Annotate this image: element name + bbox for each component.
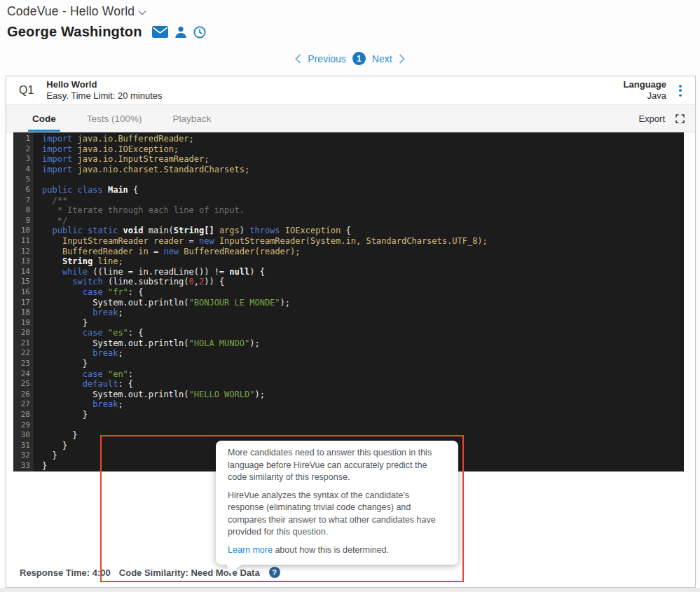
previous-link[interactable]: Previous bbox=[308, 53, 345, 64]
chevron-down-icon[interactable] bbox=[138, 10, 146, 15]
code-line: switch (line.substring(0,2)) { bbox=[42, 277, 684, 287]
code-line: } bbox=[42, 410, 684, 420]
question-subtitle: Easy. Time Limit: 20 minutes bbox=[46, 90, 162, 102]
line-number-gutter: 1234567891011121314151617181920212223242… bbox=[13, 132, 34, 471]
tooltip-paragraph-1: More candidates need to answer this ques… bbox=[228, 447, 446, 484]
kebab-menu-icon[interactable] bbox=[675, 83, 685, 99]
code-line: System.out.println("BONJOUR LE MONDE"); bbox=[42, 298, 684, 308]
code-line: * Iterate through each line of input. bbox=[42, 205, 684, 216]
code-editor[interactable]: 1234567891011121314151617181920212223242… bbox=[13, 132, 684, 471]
question-title: Hello World bbox=[46, 79, 162, 90]
export-button[interactable]: Export bbox=[638, 113, 665, 124]
code-line: case "fr": { bbox=[42, 287, 684, 298]
candidate-name: George Washington bbox=[7, 24, 142, 40]
code-line bbox=[42, 174, 684, 185]
code-line: public static void main(String[] args) t… bbox=[42, 226, 684, 236]
code-line: break; bbox=[42, 399, 684, 410]
tooltip-paragraph-3-rest: about how this is determined. bbox=[273, 545, 389, 555]
code-line: while ((line = in.readLine()) != null) { bbox=[42, 267, 684, 277]
language-value: Java bbox=[624, 90, 666, 102]
fullscreen-icon[interactable] bbox=[675, 114, 685, 123]
code-line: BufferedReader in = new BufferedReader(r… bbox=[42, 247, 684, 257]
code-line: case "en": bbox=[42, 369, 684, 380]
code-line: InputStreamReader reader = new InputStre… bbox=[42, 236, 684, 247]
code-line: import java.io.IOException; bbox=[42, 144, 684, 155]
window-title: CodeVue - Hello World bbox=[7, 4, 135, 19]
window-title-row: CodeVue - Hello World bbox=[7, 4, 146, 19]
response-time: Response Time: 4:00 bbox=[20, 567, 111, 578]
learn-more-link[interactable]: Learn more bbox=[228, 545, 273, 555]
clock-icon[interactable] bbox=[193, 26, 206, 39]
question-header: Q1 Hello World Easy. Time Limit: 20 minu… bbox=[6, 76, 695, 105]
code-line: */ bbox=[42, 216, 684, 226]
code-line bbox=[42, 420, 684, 431]
code-line: } bbox=[42, 359, 684, 369]
tooltip-paragraph-3: Learn more about how this is determined. bbox=[228, 544, 446, 557]
chevron-left-icon[interactable] bbox=[295, 54, 301, 64]
tab-tests-100[interactable]: Tests (100%) bbox=[87, 105, 142, 132]
chevron-right-icon[interactable] bbox=[399, 54, 405, 64]
tab-list: CodeTests (100%)Playback bbox=[32, 105, 242, 132]
code-line: /** bbox=[42, 195, 684, 206]
code-line: System.out.println("HELLO WORLD"); bbox=[42, 390, 684, 400]
page-number-badge[interactable]: 1 bbox=[352, 52, 366, 65]
code-line: import java.io.BufferedReader; bbox=[42, 134, 684, 144]
code-line: default: { bbox=[42, 379, 684, 390]
code-lines: import java.io.BufferedReader;import jav… bbox=[34, 132, 684, 471]
code-line: } bbox=[42, 318, 684, 329]
code-line: import java.nio.charset.StandardCharsets… bbox=[42, 165, 684, 175]
tooltip-tail bbox=[226, 564, 243, 574]
page-background-strip bbox=[0, 588, 700, 592]
pagination: Previous 1 Next bbox=[0, 52, 700, 65]
code-line: String line; bbox=[42, 256, 684, 267]
code-line: import java.io.InputStreamReader; bbox=[42, 154, 684, 165]
email-icon[interactable] bbox=[152, 26, 168, 38]
code-similarity-tooltip: More candidates need to answer this ques… bbox=[216, 441, 458, 565]
next-link[interactable]: Next bbox=[372, 53, 392, 64]
code-line: break; bbox=[42, 348, 684, 359]
tab-playback[interactable]: Playback bbox=[173, 105, 212, 132]
tab-bar: CodeTests (100%)Playback Export bbox=[6, 105, 695, 132]
code-line: System.out.println("HOLA MUNDO"); bbox=[42, 338, 684, 349]
tab-code[interactable]: Code bbox=[32, 105, 56, 132]
person-icon[interactable] bbox=[174, 26, 187, 39]
tooltip-paragraph-2: HireVue analyzes the syntax of the candi… bbox=[228, 490, 446, 539]
code-line: public class Main { bbox=[42, 185, 684, 195]
candidate-row: George Washington bbox=[7, 24, 206, 40]
language-label: Language bbox=[624, 79, 666, 90]
question-id: Q1 bbox=[19, 84, 34, 97]
code-line: case "es": { bbox=[42, 328, 684, 338]
code-line: break; bbox=[42, 308, 684, 318]
